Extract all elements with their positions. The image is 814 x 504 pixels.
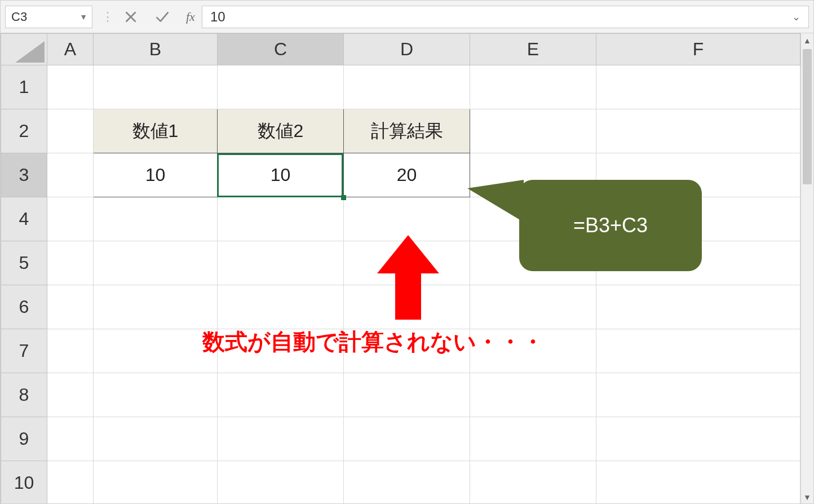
- cell-d2[interactable]: 計算結果: [344, 109, 470, 153]
- cell-c9[interactable]: [218, 417, 344, 461]
- enter-icon[interactable]: [154, 9, 170, 25]
- cell-b8[interactable]: [94, 373, 218, 417]
- row-header-8[interactable]: 8: [1, 373, 47, 417]
- cell-e1[interactable]: [470, 65, 596, 109]
- cell-d4[interactable]: [344, 197, 470, 241]
- row-header-4[interactable]: 4: [1, 197, 47, 241]
- col-header-f[interactable]: F: [596, 34, 800, 65]
- cell-c5[interactable]: [218, 241, 344, 285]
- col-header-c[interactable]: C: [218, 34, 344, 65]
- chevron-up-icon[interactable]: ▲: [801, 33, 813, 48]
- callout-tail: [467, 180, 524, 222]
- name-box[interactable]: C3 ▼: [5, 6, 92, 28]
- chevron-down-icon[interactable]: ⌄: [792, 11, 800, 23]
- cell-b5[interactable]: [94, 241, 218, 285]
- cell-f7[interactable]: [596, 329, 800, 373]
- cell-a8[interactable]: [47, 373, 94, 417]
- cell-e8[interactable]: [470, 373, 596, 417]
- cell-f2[interactable]: [596, 109, 800, 153]
- callout-formula: =B3+C3: [519, 180, 702, 271]
- cell-e6[interactable]: [470, 285, 596, 329]
- cell-d3[interactable]: 20: [344, 153, 470, 197]
- cell-c4[interactable]: [218, 197, 344, 241]
- cell-e2[interactable]: [470, 109, 596, 153]
- row-header-2[interactable]: 2: [1, 109, 47, 153]
- row-header-6[interactable]: 6: [1, 285, 47, 329]
- cell-c8[interactable]: [218, 373, 344, 417]
- sheet-wrapper: A B C D E F 1: [1, 33, 813, 504]
- name-box-value: C3: [11, 10, 27, 24]
- row-header-10[interactable]: 10: [1, 461, 47, 505]
- formula-bar: C3 ▼ ⋮ fx 10 ⌄: [1, 1, 813, 33]
- select-all-corner[interactable]: [1, 34, 47, 65]
- cell-c10[interactable]: [218, 461, 344, 505]
- cell-a9[interactable]: [47, 417, 94, 461]
- cell-d10[interactable]: [344, 461, 470, 505]
- cell-f9[interactable]: [596, 417, 800, 461]
- cell-a3[interactable]: [47, 153, 94, 197]
- cell-b10[interactable]: [94, 461, 218, 505]
- col-header-d[interactable]: D: [344, 34, 470, 65]
- cell-b2[interactable]: 数値1: [94, 109, 218, 153]
- fx-controls: fx: [123, 9, 197, 25]
- divider-dots: ⋮: [97, 10, 118, 24]
- cell-f10[interactable]: [596, 461, 800, 505]
- cell-c6[interactable]: [218, 285, 344, 329]
- cell-b7[interactable]: [94, 329, 218, 373]
- cell-a2[interactable]: [47, 109, 94, 153]
- col-header-e[interactable]: E: [470, 34, 596, 65]
- cell-a1[interactable]: [47, 65, 94, 109]
- scrollbar-thumb[interactable]: [803, 49, 812, 184]
- cell-f6[interactable]: [596, 285, 800, 329]
- cell-a5[interactable]: [47, 241, 94, 285]
- row-header-3[interactable]: 3: [1, 153, 47, 197]
- cell-a7[interactable]: [47, 329, 94, 373]
- col-header-a[interactable]: A: [47, 34, 94, 65]
- cell-b6[interactable]: [94, 285, 218, 329]
- cell-b3[interactable]: 10: [94, 153, 218, 197]
- cell-e10[interactable]: [470, 461, 596, 505]
- formula-input[interactable]: 10 ⌄: [202, 6, 809, 28]
- cell-d8[interactable]: [344, 373, 470, 417]
- row-header-1[interactable]: 1: [1, 65, 47, 109]
- cell-a6[interactable]: [47, 285, 94, 329]
- callout-text: =B3+C3: [573, 214, 648, 237]
- chevron-down-icon[interactable]: ▼: [801, 490, 813, 504]
- fx-icon[interactable]: fx: [186, 10, 195, 24]
- cell-a10[interactable]: [47, 461, 94, 505]
- vertical-scrollbar[interactable]: ▲ ▼: [800, 33, 813, 504]
- cancel-icon[interactable]: [123, 9, 139, 25]
- svg-marker-0: [377, 235, 439, 320]
- cell-c2[interactable]: 数値2: [218, 109, 344, 153]
- cell-c1[interactable]: [218, 65, 344, 109]
- cell-f8[interactable]: [596, 373, 800, 417]
- cell-b1[interactable]: [94, 65, 218, 109]
- grid-area[interactable]: A B C D E F 1: [1, 33, 800, 504]
- cell-c3[interactable]: 10: [218, 153, 344, 197]
- cell-d1[interactable]: [344, 65, 470, 109]
- cell-b4[interactable]: [94, 197, 218, 241]
- cell-f1[interactable]: [596, 65, 800, 109]
- chevron-down-icon[interactable]: ▼: [79, 12, 87, 21]
- cell-b9[interactable]: [94, 417, 218, 461]
- row-header-9[interactable]: 9: [1, 417, 47, 461]
- col-header-b[interactable]: B: [94, 34, 218, 65]
- row-header-7[interactable]: 7: [1, 329, 47, 373]
- arrow-up-icon: [377, 235, 439, 320]
- formula-value: 10: [210, 9, 225, 25]
- cell-d9[interactable]: [344, 417, 470, 461]
- annotation-text: 数式が自動で計算されない・・・: [202, 326, 544, 357]
- row-header-5[interactable]: 5: [1, 241, 47, 285]
- cell-e9[interactable]: [470, 417, 596, 461]
- scrollbar-track[interactable]: [801, 48, 813, 490]
- cell-a4[interactable]: [47, 197, 94, 241]
